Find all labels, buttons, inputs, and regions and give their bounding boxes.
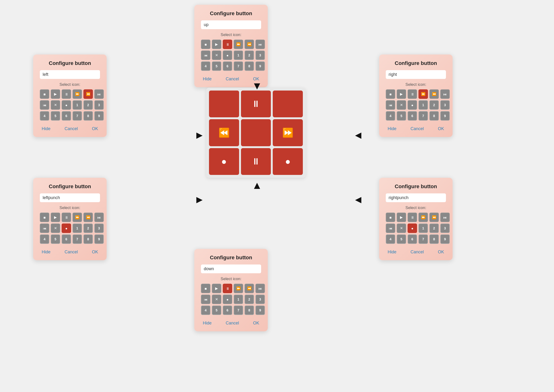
- icon-play-lp[interactable]: ▶: [51, 213, 60, 222]
- icon-record-r[interactable]: ●: [408, 100, 417, 110]
- icon-record-d[interactable]: ●: [223, 294, 232, 304]
- grid-cell-top[interactable]: ⏸: [241, 91, 271, 117]
- icon-num6-d[interactable]: 6: [223, 306, 232, 315]
- hide-btn-down[interactable]: Hide: [201, 320, 214, 327]
- icon-record-l[interactable]: ●: [62, 100, 71, 110]
- input-left[interactable]: [40, 70, 100, 79]
- input-up[interactable]: [201, 20, 261, 29]
- icon-pause-rp[interactable]: ⏸: [408, 213, 417, 222]
- icon-stop-lp[interactable]: ■: [40, 213, 49, 222]
- icon-num1-lp[interactable]: 1: [73, 224, 82, 233]
- grid-cell-right[interactable]: ⏩: [273, 119, 303, 146]
- cancel-btn-leftpunch[interactable]: Cancel: [62, 249, 80, 255]
- icon-num4-rp[interactable]: 4: [386, 234, 395, 244]
- grid-cell-center[interactable]: [241, 119, 271, 146]
- icon-num7-r[interactable]: 7: [418, 111, 428, 121]
- icon-record-rp[interactable]: ●: [408, 224, 417, 233]
- icon-skip-start-r[interactable]: ⏮: [386, 100, 395, 110]
- input-leftpunch[interactable]: [40, 193, 100, 202]
- icon-num5-lp[interactable]: 5: [51, 234, 60, 244]
- icon-pause[interactable]: ⏸: [223, 40, 232, 49]
- icon-num5-rp[interactable]: 5: [397, 234, 406, 244]
- hide-btn-leftpunch[interactable]: Hide: [40, 249, 52, 255]
- icon-shuffle-lp[interactable]: ✕: [51, 224, 60, 233]
- icon-num2-l[interactable]: 2: [83, 100, 93, 110]
- icon-num1-rp[interactable]: 1: [418, 224, 428, 233]
- icon-num8-r[interactable]: 8: [429, 111, 439, 121]
- icon-ff-rp[interactable]: ⏩: [418, 213, 428, 222]
- icon-num8-rp[interactable]: 8: [429, 234, 439, 244]
- icon-record[interactable]: ●: [223, 50, 232, 60]
- icon-rew-r[interactable]: ⏪: [429, 89, 439, 99]
- icon-shuffle-l[interactable]: ✕: [51, 100, 60, 110]
- icon-num6-rp[interactable]: 6: [408, 234, 417, 244]
- icon-num9-lp[interactable]: 9: [94, 234, 104, 244]
- icon-rew-rp[interactable]: ⏪: [429, 213, 439, 222]
- icon-skip-end-d[interactable]: ⏭: [256, 284, 265, 293]
- icon-num9-rp[interactable]: 9: [440, 234, 450, 244]
- icon-skip-end-rp[interactable]: ⏭: [440, 213, 450, 222]
- grid-cell-bottom[interactable]: ⏸: [241, 148, 271, 175]
- icon-shuffle-rp[interactable]: ✕: [397, 224, 406, 233]
- icon-num3-l[interactable]: 3: [94, 100, 104, 110]
- icon-play-rp[interactable]: ▶: [397, 213, 406, 222]
- icon-skip-start-d[interactable]: ⏮: [201, 294, 210, 304]
- icon-play-r[interactable]: ▶: [397, 89, 406, 99]
- icon-skip-end-lp[interactable]: ⏭: [94, 213, 104, 222]
- icon-num5-l[interactable]: 5: [51, 111, 60, 121]
- icon-num3-r[interactable]: 3: [440, 100, 450, 110]
- grid-cell-bottomright[interactable]: ●: [273, 148, 303, 175]
- ok-btn-left[interactable]: OK: [90, 125, 100, 132]
- icon-stop-r[interactable]: ■: [386, 89, 395, 99]
- cancel-btn-right[interactable]: Cancel: [409, 125, 426, 132]
- icon-num9[interactable]: 9: [256, 61, 265, 71]
- icon-ff-lp[interactable]: ⏩: [73, 213, 82, 222]
- icon-skip-start-lp[interactable]: ⏮: [40, 224, 49, 233]
- icon-num6-l[interactable]: 6: [62, 111, 71, 121]
- icon-rew-d[interactable]: ⏪: [244, 284, 254, 293]
- icon-pause-lp[interactable]: ⏸: [62, 213, 71, 222]
- icon-play-d[interactable]: ▶: [212, 284, 221, 293]
- input-down[interactable]: [201, 265, 261, 273]
- icon-stop-rp[interactable]: ■: [386, 213, 395, 222]
- grid-cell-topright[interactable]: [273, 91, 303, 117]
- icon-num8-l[interactable]: 8: [83, 111, 93, 121]
- icon-shuffle-r[interactable]: ✕: [397, 100, 406, 110]
- icon-num7-rp[interactable]: 7: [418, 234, 428, 244]
- icon-num6[interactable]: 6: [223, 61, 232, 71]
- icon-skip-end-r[interactable]: ⏭: [440, 89, 450, 99]
- icon-ff[interactable]: ⏩: [234, 40, 243, 49]
- icon-num4-d[interactable]: 4: [201, 306, 210, 315]
- icon-num5[interactable]: 5: [212, 61, 221, 71]
- icon-skip-end-l[interactable]: ⏭: [94, 89, 104, 99]
- icon-num1-l[interactable]: 1: [73, 100, 82, 110]
- icon-ff-d[interactable]: ⏩: [234, 284, 243, 293]
- icon-num4-r[interactable]: 4: [386, 111, 395, 121]
- icon-num7-lp[interactable]: 7: [73, 234, 82, 244]
- grid-cell-topleft[interactable]: [209, 91, 239, 117]
- icon-stop-d[interactable]: ■: [201, 284, 210, 293]
- hide-btn-rightpunch[interactable]: Hide: [386, 249, 398, 255]
- icon-play[interactable]: ▶: [212, 40, 221, 49]
- icon-num4-lp[interactable]: 4: [40, 234, 49, 244]
- cancel-btn-left[interactable]: Cancel: [62, 125, 80, 132]
- input-rightpunch[interactable]: [386, 193, 446, 202]
- icon-num7[interactable]: 7: [234, 61, 243, 71]
- icon-shuffle-d[interactable]: ✕: [212, 294, 221, 304]
- icon-num6-r[interactable]: 6: [408, 111, 417, 121]
- cancel-btn-down[interactable]: Cancel: [224, 320, 241, 327]
- icon-num2[interactable]: 2: [244, 50, 254, 60]
- icon-num2-rp[interactable]: 2: [429, 224, 439, 233]
- icon-skip-start-rp[interactable]: ⏮: [386, 224, 395, 233]
- icon-num2-r[interactable]: 2: [429, 100, 439, 110]
- grid-cell-bottomleft[interactable]: ●: [209, 148, 239, 175]
- hide-btn-right[interactable]: Hide: [386, 125, 398, 132]
- icon-pause-l[interactable]: ⏸: [62, 89, 71, 99]
- icon-num7-l[interactable]: 7: [73, 111, 82, 121]
- icon-num1[interactable]: 1: [234, 50, 243, 60]
- icon-num1-r[interactable]: 1: [418, 100, 428, 110]
- icon-num3[interactable]: 3: [256, 50, 265, 60]
- icon-rew[interactable]: ⏪: [244, 40, 254, 49]
- icon-rew-l[interactable]: ⏪: [83, 89, 93, 99]
- icon-stop[interactable]: ■: [201, 40, 210, 49]
